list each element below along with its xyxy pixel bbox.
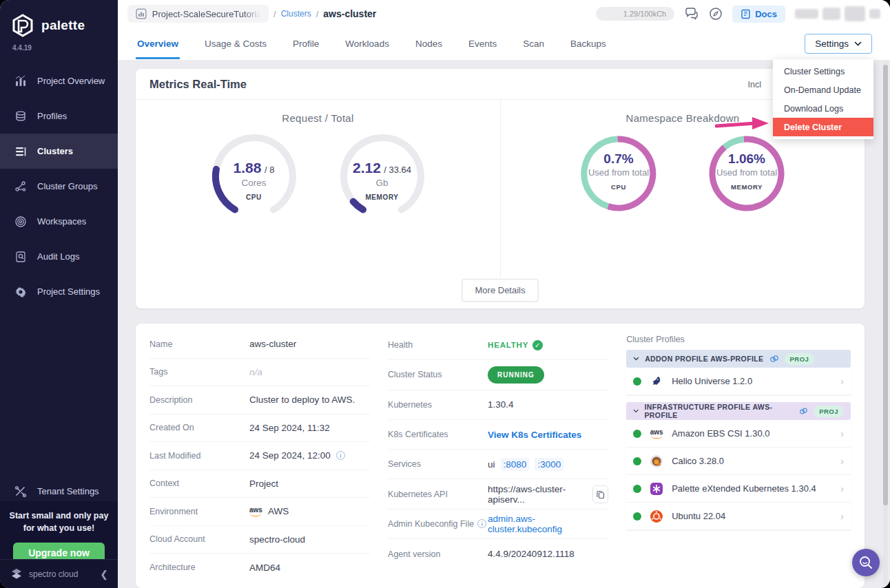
sidebar-item-audit-logs[interactable]: Audit Logs — [0, 239, 118, 274]
running-status-badge: RUNNING — [488, 366, 544, 384]
redacted-block — [822, 8, 840, 20]
chevron-right-icon: › — [840, 375, 844, 387]
chevron-right-icon: › — [840, 455, 844, 467]
details-column-status: Health HEALTHY✓ Cluster Status RUNNING K… — [388, 330, 608, 588]
menu-item-cluster-settings[interactable]: Cluster Settings — [773, 62, 873, 81]
sidebar-nav: Project Overview Profiles Clusters Clust… — [0, 63, 118, 309]
pack-item-amazon-ebs-csi[interactable]: aws Amazon EBS CSI 1.30.0 › — [626, 420, 851, 448]
detail-value: aws-cluster — [249, 339, 370, 349]
cpu-donut-label: CPU — [579, 183, 659, 191]
proj-scope-badge: PROJ — [814, 406, 844, 417]
sidebar-item-project-settings[interactable]: Project Settings — [0, 274, 118, 309]
scrollbar-thumb[interactable] — [883, 65, 888, 505]
tab-workloads[interactable]: Workloads — [344, 29, 391, 59]
header-actions: 1.29/100kCh Docs — [596, 6, 880, 23]
pack-item-ubuntu[interactable]: Ubuntu 22.04 › — [626, 503, 851, 530]
detail-value: 24 Sep 2024, 11:32 — [249, 423, 370, 433]
sidebar-item-workspaces[interactable]: Workspaces — [0, 204, 118, 239]
pack-item-palette-extended-kubernetes[interactable]: Palette eXtended Kubernetes 1.30.4 › — [626, 475, 851, 503]
settings-dropdown-menu: Cluster Settings On-Demand Update Downlo… — [773, 59, 873, 139]
redacted-block — [845, 6, 865, 21]
copy-icon — [597, 490, 605, 498]
request-total-title: Request / Total — [282, 112, 353, 124]
detail-label: Last Modified — [149, 451, 249, 461]
sidebar-item-label: Tenant Settings — [37, 486, 99, 496]
sidebar-footer: spectro cloud ❮ — [0, 559, 118, 588]
breadcrumb-project-chip[interactable]: Project-ScaleSecureTutoria — [127, 5, 269, 23]
more-details-button[interactable]: More Details — [462, 279, 539, 302]
info-icon[interactable]: i — [336, 451, 345, 460]
tab-usage-costs[interactable]: Usage & Costs — [203, 29, 268, 59]
docs-button[interactable]: Docs — [732, 6, 785, 23]
sidebar-item-label: Clusters — [37, 146, 73, 156]
palette-logo-icon — [11, 14, 34, 37]
sidebar-item-clusters[interactable]: Clusters — [0, 134, 118, 169]
metrics-title: Metrics Real-Time — [149, 78, 247, 91]
pack-item-calico[interactable]: Calico 3.28.0 › — [626, 448, 851, 475]
tab-backups[interactable]: Backups — [569, 29, 608, 59]
tab-nodes[interactable]: Nodes — [414, 29, 444, 59]
spectro-cloud-wordmark: spectro cloud — [29, 569, 94, 579]
pack-item-hello-universe[interactable]: Hello Universe 1.2.0 › — [626, 368, 851, 395]
detail-row-k8s-certificates: K8s Certificates View K8s Certificates — [388, 420, 608, 450]
info-icon[interactable]: i — [477, 519, 486, 528]
memory-total-value: / 33.64 — [384, 165, 411, 175]
infrastructure-profile-group-header[interactable]: INFRASTRUCTURE PROFILE AWS-PROFILE PROJ — [626, 402, 851, 420]
tab-scan[interactable]: Scan — [521, 29, 546, 59]
detail-value: AWS — [268, 506, 289, 516]
layers-icon — [14, 110, 28, 123]
collapse-sidebar-icon[interactable]: ❮ — [100, 569, 108, 580]
service-port-3000-link[interactable]: :3000 — [535, 458, 563, 471]
delete-cluster-annotation-arrow — [715, 114, 770, 132]
app-version: 4.4.19 — [0, 39, 118, 52]
service-name: ui — [488, 459, 495, 470]
top-header: Project-ScaleSecureTutoria / Clusters / … — [118, 0, 890, 28]
help-search-fab[interactable] — [852, 549, 880, 576]
infrastructure-profile-name: INFRASTRUCTURE PROFILE AWS-PROFILE — [644, 403, 794, 419]
healthy-check-icon: ✓ — [532, 340, 543, 350]
kubernetes-api-url: https://aws-cluster-apiserv... — [488, 484, 587, 505]
sidebar-item-profiles[interactable]: Profiles — [0, 98, 118, 134]
breadcrumb-clusters-link[interactable]: Clusters — [281, 9, 311, 19]
page-scrollbar[interactable] — [883, 61, 888, 585]
sidebar-item-project-overview[interactable]: Project Overview — [0, 63, 118, 98]
detail-row-architecture: ArchitectureAMD64 — [149, 554, 370, 582]
copy-api-url-button[interactable] — [592, 485, 608, 503]
menu-item-download-logs[interactable]: Download Logs — [773, 99, 873, 118]
detail-row-kubernetes-api: Kubernetes API https://aws-cluster-apise… — [388, 479, 608, 509]
tab-overview[interactable]: Overview — [136, 29, 180, 59]
detail-label: Environment — [149, 507, 249, 516]
help-compass-icon[interactable] — [709, 7, 723, 21]
sidebar-item-label: Cluster Groups — [37, 181, 97, 191]
settings-label: Settings — [815, 39, 849, 49]
namespace-cpu-donut: 0.7% Used from total CPU — [579, 134, 659, 213]
chat-icon[interactable] — [684, 7, 699, 21]
cluster-profiles-title: Cluster Profiles — [626, 335, 851, 344]
pack-name: Hello Universe 1.2.0 — [672, 376, 833, 386]
detail-label: Cluster Status — [388, 370, 488, 379]
menu-item-delete-cluster[interactable]: Delete Cluster — [773, 118, 873, 136]
settings-button[interactable]: Settings — [805, 34, 872, 54]
detail-row-cluster-status: Cluster Status RUNNING — [388, 360, 608, 390]
tab-profile[interactable]: Profile — [291, 29, 320, 59]
menu-item-on-demand-update[interactable]: On-Demand Update — [773, 81, 873, 99]
service-port-8080-link[interactable]: :8080 — [501, 458, 530, 471]
detail-value: 24 Sep 2024, 12:00 — [249, 450, 331, 461]
cluster-list-icon — [14, 145, 28, 158]
cluster-tabs: Overview Usage & Costs Profile Workloads… — [118, 28, 890, 61]
kubeconfig-download-link[interactable]: admin.aws-cluster.kubeconfig — [488, 514, 608, 534]
brand-logo: palette — [0, 0, 118, 39]
cpu-used-percent: 0.7% — [579, 151, 659, 167]
addon-profile-group-header[interactable]: ADDON PROFILE AWS-PROFILE PROJ — [626, 350, 851, 368]
usage-quota-badge: 1.29/100kCh — [596, 7, 674, 21]
chevron-right-icon: › — [840, 428, 844, 439]
user-account-redacted[interactable] — [795, 6, 880, 21]
tab-events[interactable]: Events — [467, 29, 498, 59]
chevron-down-icon — [854, 41, 862, 46]
detail-row-context: ContextProject — [149, 470, 370, 498]
sidebar-item-cluster-groups[interactable]: Cluster Groups — [0, 169, 118, 204]
detail-label: Cloud Account — [149, 534, 249, 544]
project-chart-icon — [136, 8, 147, 19]
metrics-header: Metrics Real-Time Incl — [136, 69, 865, 100]
view-k8s-certificates-link[interactable]: View K8s Certificates — [488, 430, 581, 440]
